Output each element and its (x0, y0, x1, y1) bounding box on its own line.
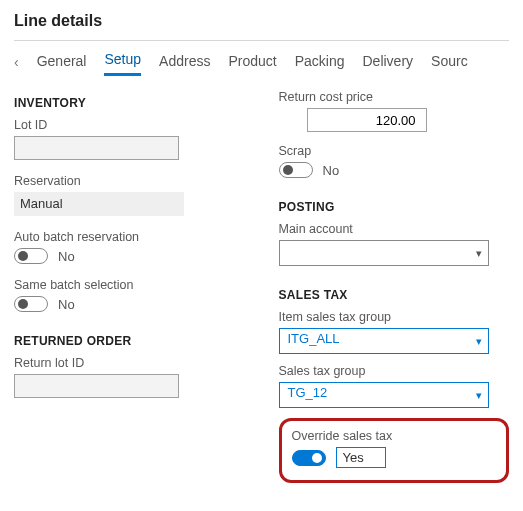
tab-product[interactable]: Product (228, 49, 276, 75)
left-column: INVENTORY Lot ID Reservation Manual Auto… (14, 90, 245, 483)
tab-setup[interactable]: Setup (104, 47, 141, 76)
reservation-label: Reservation (14, 174, 245, 188)
reservation-value[interactable]: Manual (14, 192, 184, 216)
return-lot-id-input[interactable] (14, 374, 179, 398)
return-cost-label: Return cost price (279, 90, 510, 104)
tab-address[interactable]: Address (159, 49, 210, 75)
main-account-select[interactable]: ▾ (279, 240, 489, 266)
main-account-label: Main account (279, 222, 510, 236)
chevron-down-icon: ▾ (476, 247, 482, 260)
returned-order-heading: RETURNED ORDER (14, 334, 245, 348)
tab-sourcing[interactable]: Sourc (431, 49, 468, 75)
override-sales-tax-highlight: Override sales tax Yes (279, 418, 509, 483)
return-lot-id-label: Return lot ID (14, 356, 245, 370)
return-cost-input[interactable] (307, 108, 427, 132)
chevron-down-icon: ▾ (476, 335, 482, 348)
sales-tax-group-label: Sales tax group (279, 364, 510, 378)
same-batch-value: No (58, 297, 75, 312)
lot-id-input[interactable] (14, 136, 179, 160)
scrap-value: No (323, 163, 340, 178)
chevron-down-icon: ▾ (476, 389, 482, 402)
override-sales-tax-value[interactable]: Yes (336, 447, 386, 468)
item-sales-tax-group-select[interactable]: ITG_ALL ▾ (279, 328, 489, 354)
tab-general[interactable]: General (37, 49, 87, 75)
tab-bar: ‹ General Setup Address Product Packing … (14, 47, 509, 76)
auto-batch-toggle[interactable] (14, 248, 48, 264)
same-batch-toggle[interactable] (14, 296, 48, 312)
scrap-label: Scrap (279, 144, 510, 158)
sales-tax-heading: SALES TAX (279, 288, 510, 302)
item-sales-tax-group-label: Item sales tax group (279, 310, 510, 324)
tab-packing[interactable]: Packing (295, 49, 345, 75)
tab-scroll-left[interactable]: ‹ (14, 54, 19, 70)
auto-batch-value: No (58, 249, 75, 264)
auto-batch-label: Auto batch reservation (14, 230, 245, 244)
right-column: Return cost price Scrap No POSTING Main … (279, 90, 510, 483)
sales-tax-group-value: TG_12 (288, 385, 328, 400)
item-sales-tax-group-value: ITG_ALL (288, 331, 340, 346)
divider (14, 40, 509, 41)
sales-tax-group-select[interactable]: TG_12 ▾ (279, 382, 489, 408)
override-sales-tax-label: Override sales tax (292, 429, 496, 443)
posting-heading: POSTING (279, 200, 510, 214)
page-title: Line details (14, 12, 509, 30)
scrap-toggle[interactable] (279, 162, 313, 178)
inventory-heading: INVENTORY (14, 96, 245, 110)
same-batch-label: Same batch selection (14, 278, 245, 292)
lot-id-label: Lot ID (14, 118, 245, 132)
override-sales-tax-toggle[interactable] (292, 450, 326, 466)
tab-delivery[interactable]: Delivery (363, 49, 414, 75)
